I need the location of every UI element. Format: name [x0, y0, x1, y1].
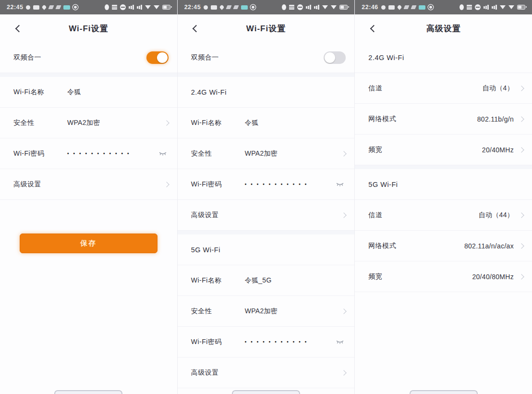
messages-app-icon [63, 5, 70, 10]
wifi-password-row[interactable]: Wi-Fi密码 ••••••••••• [178, 327, 355, 357]
grid-icon [467, 5, 472, 10]
group-gap [178, 231, 355, 234]
chevron-right-icon [164, 182, 169, 187]
wifi-name-row[interactable]: Wi-Fi名称 令狐 [0, 77, 177, 108]
wifi-name-value: 令狐 [67, 88, 169, 97]
network-mode-value: 802.11b/g/n [422, 115, 514, 123]
home-indicator[interactable] [410, 390, 478, 394]
home-indicator[interactable] [232, 390, 300, 394]
page-title: Wi-Fi设置 [69, 23, 108, 34]
chevron-right-icon [519, 86, 524, 91]
dual-band-label: 双频合一 [191, 53, 324, 62]
chevron-right-icon [341, 370, 347, 375]
app-icon-2 [233, 5, 239, 9]
chevron-right-icon [164, 120, 169, 125]
grid-icon [289, 5, 294, 10]
section-header-5g: 5G Wi-Fi [355, 169, 532, 200]
bandwidth-value: 20/40MHz [422, 146, 514, 154]
section-header-5g: 5G Wi-Fi [178, 234, 355, 265]
eye-off-icon[interactable] [334, 179, 346, 190]
group-gap [0, 73, 177, 77]
channel-value: 自动（4） [422, 84, 514, 93]
chevron-right-icon [519, 116, 524, 122]
nav-header: Wi-Fi设置 [178, 14, 355, 42]
network-mode-row[interactable]: 网络模式 802.11a/n/ac/ax [355, 231, 532, 261]
three-screenshot-strip: 22:45 [0, 0, 532, 394]
panel-advanced-settings: 22:46 [354, 0, 532, 394]
wifi-password-row[interactable]: Wi-Fi密码 ••••••••••• [0, 138, 177, 169]
app-icon-2 [411, 5, 416, 9]
channel-row[interactable]: 信道 自动（44） [355, 200, 532, 231]
minus-circle-icon [297, 4, 303, 10]
dual-band-toggle[interactable] [146, 51, 169, 64]
dnd-oval-icon [459, 4, 464, 10]
location-icon [397, 4, 402, 10]
advanced-settings-row[interactable]: 高级设置 [178, 200, 355, 231]
clock: 22:45 [7, 4, 23, 11]
eye-off-icon[interactable] [157, 148, 169, 160]
app-icon-1 [226, 5, 232, 9]
chevron-right-icon [341, 212, 347, 218]
camera-icon [251, 5, 255, 10]
chevron-right-icon [519, 147, 524, 152]
wifi-password-label: Wi-Fi密码 [13, 149, 67, 158]
panel-wifi-settings-split: 22:45 [177, 0, 355, 394]
chevron-right-icon [341, 308, 347, 314]
chevron-right-icon [519, 212, 524, 218]
record-icon [204, 5, 208, 10]
back-button[interactable] [11, 21, 25, 36]
network-mode-row[interactable]: 网络模式 802.11b/g/n [355, 104, 532, 135]
back-button[interactable] [188, 21, 203, 36]
chevron-left-icon [15, 25, 23, 32]
network-mode-value: 802.11a/n/ac/ax [422, 242, 514, 250]
advanced-settings-label: 高级设置 [13, 180, 67, 189]
chevron-right-icon [341, 151, 347, 156]
save-button[interactable]: 保存 [20, 234, 157, 253]
cellular-signal-icon-2 [137, 5, 142, 10]
wifi-triangle-icon [322, 5, 328, 9]
camera-icon [428, 5, 433, 10]
cellular-signal-icon [129, 5, 134, 10]
app-icon-1 [403, 5, 409, 9]
home-indicator[interactable] [54, 390, 122, 394]
wifi-triangle-icon-2 [154, 5, 159, 9]
advanced-settings-row[interactable]: 高级设置 [0, 169, 177, 200]
channel-row[interactable]: 信道 自动（4） [355, 73, 532, 104]
cellular-signal-icon-2 [492, 5, 497, 10]
dual-band-toggle[interactable] [324, 51, 346, 64]
battery-icon [339, 5, 348, 10]
wifi-name-row[interactable]: Wi-Fi名称 令狐_5G [178, 265, 355, 296]
wifi-triangle-icon [500, 5, 506, 9]
cellular-signal-icon [306, 5, 311, 10]
nav-header: 高级设置 [355, 14, 532, 42]
channel-value: 自动（44） [422, 211, 514, 220]
bandwidth-row[interactable]: 频宽 20/40MHz [355, 135, 532, 165]
sim-card-icon [33, 5, 39, 10]
wifi-name-row[interactable]: Wi-Fi名称 令狐 [178, 108, 355, 138]
app-icon-2 [56, 5, 61, 9]
back-button[interactable] [365, 21, 380, 36]
security-row[interactable]: 安全性 WPA2加密 [0, 108, 177, 138]
eye-off-icon[interactable] [334, 336, 346, 348]
sim-card-icon [211, 5, 217, 10]
bandwidth-row[interactable]: 频宽 20/40/80MHz [355, 261, 532, 292]
toggle-knob [325, 52, 335, 63]
wifi-name-label: Wi-Fi名称 [13, 88, 67, 97]
group-gap [178, 73, 355, 77]
chevron-right-icon [519, 274, 524, 279]
wifi-password-value: ••••••••••• [67, 151, 157, 156]
wifi-triangle-icon [145, 5, 151, 9]
security-row[interactable]: 安全性 WPA2加密 [178, 296, 355, 327]
security-row[interactable]: 安全性 WPA2加密 [178, 138, 355, 169]
status-bar: 22:46 [355, 0, 532, 14]
dnd-oval-icon [105, 4, 109, 10]
security-value: WPA2加密 [67, 119, 165, 127]
messages-app-icon [419, 5, 425, 10]
panel-wifi-settings-combined: 22:45 [0, 0, 177, 394]
dual-band-label: 双频合一 [13, 53, 146, 62]
dnd-oval-icon [282, 4, 286, 10]
advanced-settings-row[interactable]: 高级设置 [178, 357, 355, 388]
cellular-signal-icon-2 [314, 5, 319, 10]
wifi-password-row[interactable]: Wi-Fi密码 ••••••••••• [178, 169, 355, 200]
section-header-24g: 2.4G Wi-Fi [355, 42, 532, 73]
